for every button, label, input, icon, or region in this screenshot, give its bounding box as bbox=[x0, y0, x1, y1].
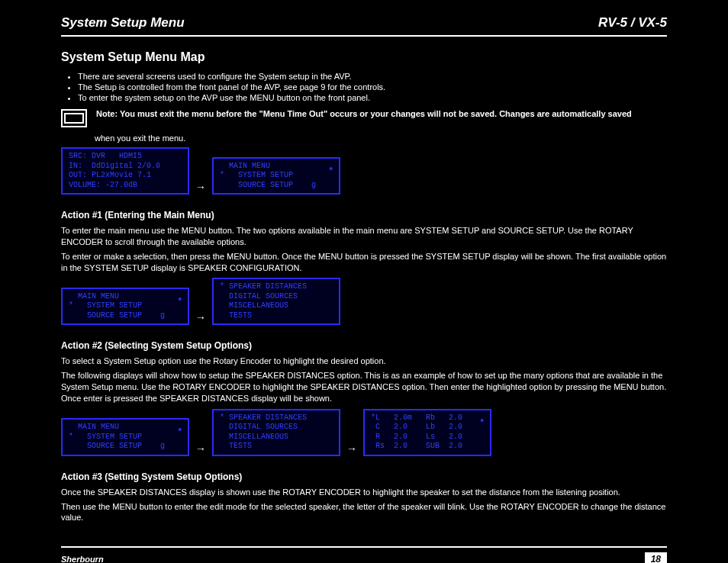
bullet-2: The Setup is controlled from the front p… bbox=[78, 82, 667, 92]
step3-heading: Action #3 (Setting System Setup Options) bbox=[61, 471, 667, 482]
footer-brand: Sherbourn bbox=[61, 555, 104, 563]
step2-heading: Action #2 (Selecting System Setup Option… bbox=[61, 340, 667, 351]
intro-bullets: There are several screens used to config… bbox=[61, 72, 667, 102]
section-title: System Setup Menu Map bbox=[61, 50, 667, 64]
step1-heading: Action #1 (Entering the Main Menu) bbox=[61, 210, 667, 220]
bullet-1: There are several screens used to config… bbox=[78, 72, 667, 81]
footer-page: 18 bbox=[645, 552, 667, 563]
header-rule bbox=[61, 35, 667, 37]
arrow-icon: → bbox=[194, 311, 208, 323]
screens-row-1: SRC: DVR HDMI5 IN: DdDigital 2/0.0 OUT: … bbox=[61, 147, 667, 195]
note-sub: when you exit the menu. bbox=[95, 134, 667, 143]
header-left: System Setup Menu bbox=[61, 15, 185, 31]
screens-row-2: • MAIN MENU * SYSTEM SETUP SOURCE SETUP … bbox=[61, 278, 667, 325]
step3-p1: Once the SPEAKER DISTANCES display is sh… bbox=[61, 487, 667, 498]
step3-p2: Then use the MENU button to enter the ed… bbox=[61, 501, 667, 524]
step2-p1: To select a System Setup option use the … bbox=[61, 355, 667, 367]
screens-row-3: • MAIN MENU * SYSTEM SETUP SOURCE SETUP … bbox=[61, 409, 667, 456]
arrow-icon: → bbox=[345, 442, 359, 455]
lcd-main-menu: • MAIN MENU * SYSTEM SETUP SOURCE SETUP … bbox=[212, 157, 340, 195]
lcd-main-menu-3: • MAIN MENU * SYSTEM SETUP SOURCE SETUP … bbox=[61, 418, 189, 456]
lcd-speaker-distances: • *L 2.0m C 2.0 R 2.0 Rs 2.0 Rb 2.0 Lb 2… bbox=[363, 409, 491, 456]
lcd-system-setup: * SPEAKER DISTANCES DIGITAL SOURCES MISC… bbox=[212, 278, 340, 325]
note: Note: You must exit the menu before the … bbox=[61, 108, 667, 127]
lcd-main-menu-2: • MAIN MENU * SYSTEM SETUP SOURCE SETUP … bbox=[61, 288, 189, 326]
step2-p2: The following displays will show how to … bbox=[61, 370, 667, 404]
bullet-3: To enter the system setup on the AVP use… bbox=[78, 93, 667, 102]
note-strong: You must exit the menu before the "Menu … bbox=[120, 109, 632, 118]
arrow-icon: → bbox=[194, 181, 208, 193]
note-icon bbox=[61, 109, 87, 127]
header-right: RV-5 / VX-5 bbox=[598, 15, 667, 31]
footer: Sherbourn 18 bbox=[61, 546, 667, 563]
arrow-icon: → bbox=[194, 442, 208, 455]
lcd-system-setup-2: * SPEAKER DISTANCES DIGITAL SOURCES MISC… bbox=[212, 409, 340, 456]
step1-p2: To enter or make a selection, then press… bbox=[61, 251, 667, 274]
lcd-idle: SRC: DVR HDMI5 IN: DdDigital 2/0.0 OUT: … bbox=[61, 147, 189, 195]
step1-p1: To enter the main menu use the MENU butt… bbox=[61, 225, 667, 248]
